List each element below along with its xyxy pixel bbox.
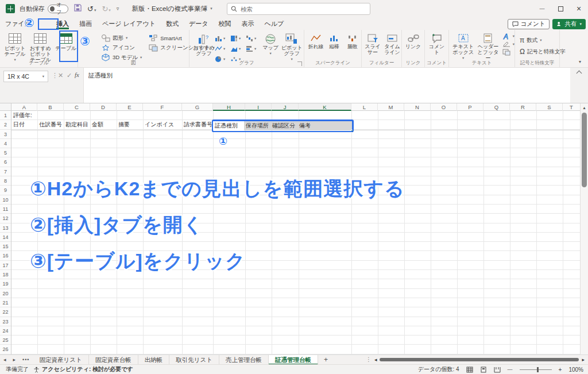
zoom-out-button[interactable]: — xyxy=(508,367,513,372)
horizontal-scroll-thumb[interactable] xyxy=(380,358,579,361)
slicer-button[interactable]: スライサー xyxy=(364,32,381,55)
col-header[interactable]: G xyxy=(182,103,213,111)
cancel-entry-button[interactable]: ✕ xyxy=(58,72,63,79)
tab-view[interactable]: 表示 xyxy=(236,17,259,30)
wordart-button[interactable]: A▾ xyxy=(502,33,514,40)
share-button[interactable]: 共有 ▾ xyxy=(552,19,586,29)
scroll-up-icon[interactable]: ▴ xyxy=(581,103,588,110)
row-header[interactable]: 18 xyxy=(0,270,11,279)
pivotchart-button[interactable]: ピボットグラフ ▾ xyxy=(280,32,304,62)
add-sheet-button[interactable]: + xyxy=(318,356,334,364)
tab-page-layout[interactable]: ページ レイアウト xyxy=(97,17,161,30)
tab-insert[interactable]: 挿入 xyxy=(51,17,74,30)
col-header-selected[interactable]: H xyxy=(213,103,245,111)
col-header[interactable]: F xyxy=(143,103,182,111)
col-header[interactable]: E xyxy=(117,103,143,111)
autosave-toggle[interactable]: オフ xyxy=(48,5,68,13)
cell-I2[interactable]: 保存場所 xyxy=(244,121,270,130)
row-header[interactable]: 2 xyxy=(0,120,11,129)
undo-button[interactable]: ↺▾ xyxy=(87,5,96,13)
recommended-pivottables-button[interactable]: おすすめピボットテーブル xyxy=(29,32,52,63)
col-header-selected[interactable]: K xyxy=(299,103,351,111)
row-header[interactable]: 16 xyxy=(0,251,11,260)
col-header[interactable]: T xyxy=(563,103,580,111)
pivottable-button[interactable]: ピボットテーブル ▾ xyxy=(3,32,26,63)
cell-C2[interactable]: 勘定科目 xyxy=(64,120,88,129)
search-box[interactable] xyxy=(227,3,370,15)
hierarchy-chart-button[interactable]: ▾ xyxy=(230,34,246,43)
horizontal-scrollbar[interactable]: ⋮ ◂ ▸ xyxy=(366,356,585,363)
col-header[interactable]: S xyxy=(536,103,563,111)
row-header[interactable]: 1 xyxy=(0,111,11,120)
col-header[interactable]: B xyxy=(37,103,64,111)
table-button[interactable]: テーブル xyxy=(55,32,78,51)
row-header[interactable]: 7 xyxy=(0,167,11,176)
page-break-view-button[interactable] xyxy=(494,367,501,373)
ribbon-comment-button[interactable]: コメント xyxy=(427,32,447,55)
row-header[interactable]: 20 xyxy=(0,289,11,298)
bar-chart-button[interactable]: ▾ xyxy=(246,44,261,53)
col-header[interactable]: O xyxy=(431,103,457,111)
cell-K2[interactable]: 備考 xyxy=(297,121,352,130)
col-header[interactable]: N xyxy=(404,103,431,111)
sparkline-winloss-button[interactable]: 勝敗 xyxy=(345,32,361,49)
row-header[interactable]: 11 xyxy=(0,205,11,214)
collapse-ribbon-button[interactable]: ▾ xyxy=(579,59,581,64)
sheet-tab-active[interactable]: 証憑管理台帳 xyxy=(269,355,318,365)
col-header[interactable]: A xyxy=(11,103,37,111)
tab-file[interactable]: ファイル xyxy=(0,17,36,30)
row-header[interactable]: 26 xyxy=(0,345,11,354)
row-header[interactable]: 13 xyxy=(0,223,11,233)
col-header[interactable]: L xyxy=(351,103,378,111)
vertical-scroll-thumb[interactable] xyxy=(582,113,587,187)
col-header-selected[interactable]: I xyxy=(245,103,272,111)
sheet-tab[interactable]: 出納帳 xyxy=(138,355,170,365)
sheet-tab[interactable]: 売上管理台帳 xyxy=(219,355,269,365)
equation-button[interactable]: π 数式 ▾ xyxy=(520,36,566,44)
textbox-button[interactable]: A テキストボックス ▾ xyxy=(452,32,474,61)
confirm-entry-button[interactable]: ✓ xyxy=(67,72,72,79)
sheet-list-button[interactable]: ••• xyxy=(19,357,33,363)
sheet-tab[interactable]: 固定資産リスト xyxy=(33,355,89,365)
zoom-in-button[interactable]: + xyxy=(559,367,562,373)
autosave-control[interactable]: 自動保存 オフ xyxy=(20,5,68,13)
cell-A2[interactable]: 日付 xyxy=(11,120,25,129)
row-header[interactable]: 14 xyxy=(0,233,11,242)
object-button[interactable] xyxy=(502,49,514,56)
zoom-slider-thumb[interactable] xyxy=(537,367,539,372)
link-button[interactable]: リンク xyxy=(404,32,423,49)
signature-line-button[interactable]: ▾ xyxy=(502,41,514,48)
select-all-corner[interactable] xyxy=(0,103,11,110)
fill-handle[interactable] xyxy=(351,130,354,133)
row-header[interactable]: 12 xyxy=(0,214,11,223)
line-chart-button[interactable]: ▾ xyxy=(215,44,230,53)
icons-button[interactable]: アイコン xyxy=(101,44,142,52)
col-header[interactable]: M xyxy=(378,103,404,111)
row-header[interactable]: 15 xyxy=(0,242,11,251)
cell-D2[interactable]: 金額 xyxy=(90,120,103,129)
row-header[interactable]: 8 xyxy=(0,176,11,186)
cell-F2[interactable]: インボイス xyxy=(143,120,174,129)
search-input[interactable] xyxy=(241,6,355,13)
col-header[interactable]: C xyxy=(64,103,90,111)
sparkline-column-button[interactable]: 縦棒 xyxy=(326,32,342,49)
sheet-tab[interactable]: 固定資産台帳 xyxy=(89,355,138,365)
zoom-slider[interactable] xyxy=(520,369,552,370)
selection-range-H2-K2[interactable]: 証憑種別 保存場所 確認区分 備考 xyxy=(212,120,353,132)
sheet-tab[interactable]: 取引先リスト xyxy=(169,355,219,365)
col-header[interactable]: Q xyxy=(483,103,510,111)
comments-button[interactable]: コメント xyxy=(508,19,550,29)
tab-help[interactable]: ヘルプ xyxy=(259,17,289,30)
row-header[interactable]: 9 xyxy=(0,186,11,195)
scroll-left-icon[interactable]: ◂ xyxy=(374,357,377,363)
insert-function-button[interactable]: fx xyxy=(75,71,79,78)
accessibility-status[interactable]: アクセシビリティ: 検討が必要です xyxy=(33,365,133,373)
active-cell-H2[interactable]: 証憑種別 xyxy=(213,121,244,130)
redo-button[interactable]: ↻▾ xyxy=(102,5,110,13)
row-header[interactable]: 4 xyxy=(0,139,11,148)
column-chart-button[interactable]: ▾ xyxy=(215,34,230,43)
sparkline-line-button[interactable]: 折れ線 xyxy=(308,32,324,49)
area-chart-button[interactable]: ▾ xyxy=(230,44,246,53)
cell-A1[interactable]: 評価年: xyxy=(11,111,32,120)
col-header[interactable]: D xyxy=(90,103,117,111)
